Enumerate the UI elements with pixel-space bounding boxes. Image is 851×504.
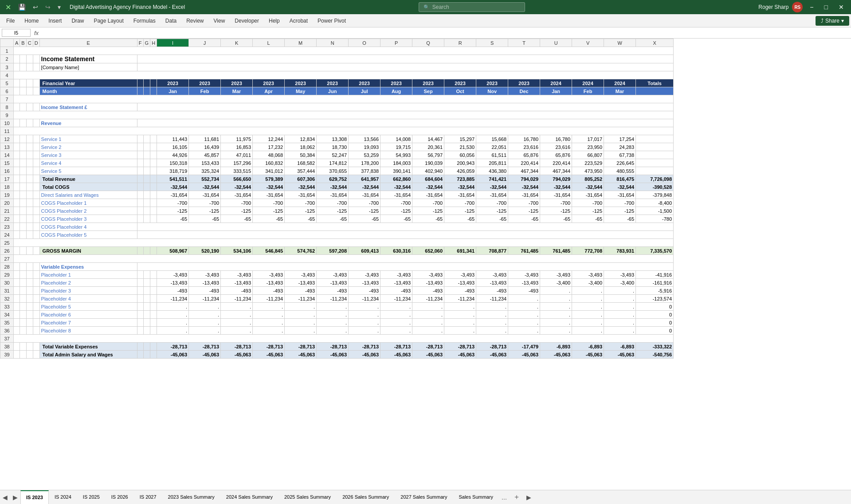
year-2023-mar: 2023 <box>221 79 253 87</box>
col-n[interactable]: N <box>317 39 349 47</box>
col-k[interactable]: K <box>221 39 253 47</box>
tab-more-btn[interactable]: ... <box>499 490 510 504</box>
ribbon-tab-help[interactable]: Help <box>264 16 284 26</box>
undo-icon[interactable]: ↩ <box>31 3 40 12</box>
ribbon-tab-draw[interactable]: Draw <box>67 16 88 26</box>
col-c[interactable]: C <box>26 39 33 47</box>
excel-icon: ✕ <box>4 2 13 12</box>
row-12: 12 Service 1 11,443 11,681 11,975 12,244… <box>0 135 674 143</box>
rownum-3: 3 <box>0 63 14 71</box>
financial-year-label: Financial Year <box>39 79 137 87</box>
row-4: 4 <box>0 71 674 79</box>
tab-2023-sales[interactable]: 2023 Sales Summary <box>162 490 220 504</box>
tab-scroll-right[interactable]: ▶ <box>524 490 534 504</box>
search-icon: 🔍 <box>424 4 430 10</box>
col-j[interactable]: J <box>189 39 221 47</box>
ribbon-tab-review[interactable]: Review <box>182 16 208 26</box>
col-q[interactable]: Q <box>412 39 444 47</box>
ribbon-tab-acrobat[interactable]: Acrobat <box>285 16 312 26</box>
tab-prev-btn[interactable]: ◀ <box>0 490 10 504</box>
row-3: 3 [Company Name] <box>0 63 674 71</box>
col-g[interactable]: G <box>143 39 150 47</box>
save-icon[interactable]: 💾 <box>16 3 27 12</box>
search-box[interactable]: 🔍 <box>419 2 525 12</box>
col-m[interactable]: M <box>285 39 317 47</box>
row-11: 11 <box>0 127 674 135</box>
col-a[interactable]: A <box>14 39 20 47</box>
ribbon-tab-file[interactable]: File <box>2 16 19 26</box>
tab-add-btn[interactable]: ＋ <box>510 492 524 502</box>
month-jan: Jan <box>157 87 189 95</box>
tab-is2024[interactable]: IS 2024 <box>49 490 77 504</box>
year-2023-jun: 2023 <box>317 79 349 87</box>
col-d[interactable]: D <box>33 39 39 47</box>
col-h[interactable]: H <box>150 39 157 47</box>
minimize-button[interactable]: − <box>806 0 817 14</box>
month-mar: Mar <box>221 87 253 95</box>
row-1: 1 <box>0 47 674 55</box>
close-button[interactable]: ✕ <box>835 0 847 14</box>
row-27: 27 <box>0 255 674 263</box>
col-f[interactable]: F <box>137 39 143 47</box>
ribbon-tab-insert[interactable]: Insert <box>44 16 66 26</box>
ribbon-tab-powerpivot[interactable]: Power Pivot <box>313 16 350 26</box>
col-p[interactable]: P <box>380 39 412 47</box>
col-x[interactable]: X <box>636 39 674 47</box>
tab-sales-summary[interactable]: Sales Summary <box>453 490 499 504</box>
ribbon-tab-formulas[interactable]: Formulas <box>129 16 160 26</box>
row-23: 23 COGS Placeholder 4 <box>0 223 674 231</box>
row-33: 33 Placeholder 5 ............... 0 <box>0 303 674 311</box>
ribbon-tab-pagelayout[interactable]: Page Layout <box>89 16 128 26</box>
row-32: 32 Placeholder 4 -11,234 -11,234 -11,234… <box>0 295 674 303</box>
col-s[interactable]: S <box>476 39 508 47</box>
col-v[interactable]: V <box>572 39 604 47</box>
col-o[interactable]: O <box>349 39 380 47</box>
tab-is2023[interactable]: IS 2023 <box>20 490 49 504</box>
share-icon: ⤴ <box>821 18 824 24</box>
row-14: 14 Service 3 44,926 45,857 47,011 48,068… <box>0 151 674 159</box>
sheet-title: Income Statement <box>39 55 137 63</box>
ribbon-tab-home[interactable]: Home <box>20 16 43 26</box>
customize-icon[interactable]: ▾ <box>56 3 63 12</box>
ribbon-tab-developer[interactable]: Developer <box>230 16 263 26</box>
tab-2027-sales[interactable]: 2027 Sales Summary <box>395 490 453 504</box>
tab-is2026[interactable]: IS 2026 <box>106 490 134 504</box>
col-u[interactable]: U <box>540 39 572 47</box>
col-b[interactable]: B <box>20 39 26 47</box>
col-w[interactable]: W <box>604 39 636 47</box>
spreadsheet-container: A B C D E F G H I J K L M N O P Q <box>0 39 851 490</box>
col-t[interactable]: T <box>508 39 540 47</box>
col-l[interactable]: L <box>253 39 285 47</box>
row-31: 31 Placeholder 3 -493 -493 -493 -493 -49… <box>0 287 674 295</box>
search-input[interactable] <box>432 4 520 10</box>
month-mar24: Mar <box>604 87 636 95</box>
tab-2024-sales[interactable]: 2024 Sales Summary <box>220 490 278 504</box>
formula-input[interactable] <box>42 30 849 36</box>
row-5-header: 5 Financial Year 2023 2023 2023 2023 202… <box>0 79 674 87</box>
user-name: Roger Sharp <box>758 4 788 10</box>
share-button[interactable]: ⤴ Share ▾ <box>816 16 849 26</box>
year-2024-mar: 2024 <box>604 79 636 87</box>
redo-icon[interactable]: ↪ <box>43 3 52 12</box>
grid-scroll[interactable]: A B C D E F G H I J K L M N O P Q <box>0 39 851 490</box>
tab-2026-sales[interactable]: 2026 Sales Summary <box>337 490 395 504</box>
title-bar-right: Roger Sharp RS − □ ✕ <box>758 0 847 14</box>
row-2: 2 Income Statement <box>0 55 674 63</box>
spreadsheet-table: A B C D E F G H I J K L M N O P Q <box>0 39 674 359</box>
row-7: 7 <box>0 95 674 103</box>
ribbon-tab-data[interactable]: Data <box>161 16 181 26</box>
tab-next-btn[interactable]: ▶ <box>10 490 20 504</box>
ribbon-tab-view[interactable]: View <box>209 16 230 26</box>
s1-jan: 11,443 <box>157 135 189 143</box>
tab-is2025[interactable]: IS 2025 <box>77 490 106 504</box>
corner-cell <box>0 39 14 47</box>
row-38: 38 Total Variable Expenses -28,713 -28,7… <box>0 343 674 351</box>
col-e[interactable]: E <box>39 39 137 47</box>
tab-2025-sales[interactable]: 2025 Sales Summary <box>278 490 337 504</box>
col-i[interactable]: I <box>157 39 189 47</box>
row-30: 30 Placeholder 2 -13,493 -13,493 -13,493… <box>0 279 674 287</box>
maximize-button[interactable]: □ <box>821 0 831 14</box>
col-r[interactable]: R <box>444 39 476 47</box>
tab-is2027[interactable]: IS 2027 <box>134 490 162 504</box>
name-box[interactable] <box>2 29 31 37</box>
